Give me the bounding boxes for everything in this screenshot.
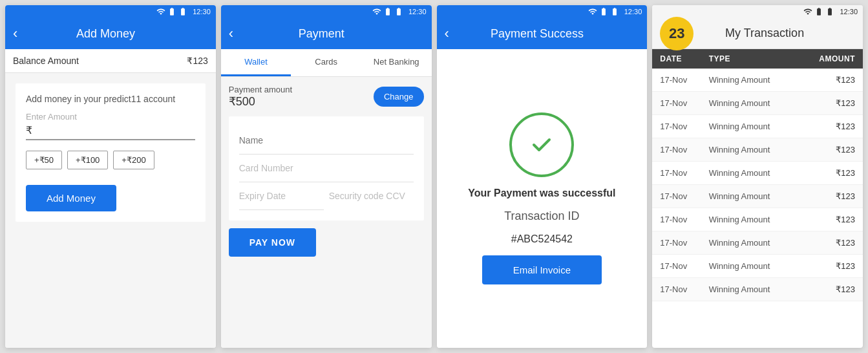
change-button[interactable]: Change [374, 87, 424, 107]
cell-amount: ₹123 [807, 98, 855, 108]
rupee-input-row: ₹ [26, 124, 195, 136]
cvv-field: Security code CCV [329, 182, 414, 210]
status-icons-3 [588, 7, 619, 16]
balance-row: Balance Amount ₹123 [5, 49, 216, 73]
table-row: 17-Nov Winning Amount ₹123 [652, 115, 863, 138]
screen-title-1: Add Money [23, 27, 188, 41]
header-amount: AMOUNT [807, 54, 855, 63]
table-row: 17-Nov Winning Amount ₹123 [652, 69, 863, 92]
cell-date: 17-Nov [660, 284, 708, 294]
cell-type: Winning Amount [709, 98, 807, 108]
cvv-placeholder: Security code CCV [329, 191, 405, 201]
status-time-4: 12:30 [840, 8, 858, 16]
cell-type: Winning Amount [709, 145, 807, 155]
add-money-button[interactable]: Add Money [26, 185, 116, 211]
cell-amount: ₹123 [807, 261, 855, 271]
quick-amount-100[interactable]: +₹100 [67, 151, 108, 169]
cell-amount: ₹123 [807, 168, 855, 178]
cell-date: 17-Nov [660, 98, 708, 108]
wifi-icon-3 [599, 7, 608, 16]
table-row: 17-Nov Winning Amount ₹123 [652, 231, 863, 255]
balance-label: Balance Amount [13, 56, 79, 66]
battery-icon-4 [825, 7, 834, 16]
payment-tabs: Wallet Cards Net Banking [221, 49, 432, 77]
expiry-placeholder: Expiry Date [239, 191, 286, 201]
success-message: Your Payment was successful [468, 187, 615, 199]
success-content: Your Payment was successful Transaction … [437, 49, 648, 348]
transaction-rows: 17-Nov Winning Amount ₹123 17-Nov Winnin… [652, 69, 863, 301]
amount-placeholder: Enter Amount [26, 112, 195, 122]
cell-date: 17-Nov [660, 168, 708, 178]
battery-icon [178, 7, 187, 16]
checkmark-icon [525, 128, 558, 162]
table-row: 17-Nov Winning Amount ₹123 [652, 208, 863, 231]
table-row: 17-Nov Winning Amount ₹123 [652, 255, 863, 278]
status-time-2: 12:30 [408, 8, 427, 16]
card-number-placeholder: Card Number [239, 163, 293, 173]
tab-net-banking[interactable]: Net Banking [361, 49, 432, 76]
card-form: Card Number Expiry Date Security code CC… [229, 116, 424, 220]
table-row: 17-Nov Winning Amount ₹123 [652, 92, 863, 115]
table-row: 17-Nov Winning Amount ₹123 [652, 278, 863, 301]
wifi-icon-4 [814, 7, 823, 16]
status-icons-1 [156, 7, 187, 16]
nav-bar-2: ‹ Payment [221, 18, 432, 49]
screen-add-money: 12:30 ‹ Add Money Balance Amount ₹123 Ad… [5, 5, 216, 348]
nav-bar-3: ‹ Payment Success [437, 18, 648, 49]
status-bar-1: 12:30 [5, 5, 216, 18]
cell-type: Winning Amount [709, 168, 807, 178]
screen-title-3: Payment Success [454, 27, 620, 41]
header-date: DATE [660, 54, 708, 63]
wifi-icon-2 [383, 7, 392, 16]
cell-date: 17-Nov [660, 261, 708, 271]
signal-icon-2 [372, 7, 381, 16]
table-row: 17-Nov Winning Amount ₹123 [652, 162, 863, 185]
cell-amount: ₹123 [807, 122, 855, 131]
transaction-table: DATE TYPE AMOUNT 17-Nov Winning Amount ₹… [652, 49, 863, 348]
transaction-id-value: #ABC524542 [511, 233, 573, 245]
screen-my-transaction: 12:30 23 My Transaction DATE TYPE AMOUNT… [652, 5, 863, 348]
status-time-3: 12:30 [624, 8, 642, 16]
quick-amount-50[interactable]: +₹50 [26, 151, 62, 169]
balance-amount: ₹123 [187, 56, 207, 66]
quick-amount-200[interactable]: +₹200 [113, 151, 154, 169]
cell-type: Winning Amount [709, 261, 807, 271]
email-invoice-button[interactable]: Email Invoice [482, 255, 602, 284]
pay-now-button[interactable]: PAY NOW [229, 228, 316, 257]
signal-icon-3 [588, 7, 597, 16]
battery-icon-3 [610, 7, 619, 16]
success-icon-wrap [509, 112, 574, 177]
cell-amount: ₹123 [807, 238, 855, 248]
status-icons-4 [803, 7, 834, 16]
status-bar-4: 12:30 [652, 5, 863, 18]
tab-cards[interactable]: Cards [291, 49, 361, 76]
back-button-2[interactable]: ‹ [229, 27, 233, 41]
cell-amount: ₹123 [807, 215, 855, 224]
cell-amount: ₹123 [807, 145, 855, 155]
quick-amounts-row: +₹50 +₹100 +₹200 [26, 151, 195, 169]
cell-amount: ₹123 [807, 284, 855, 294]
table-header: DATE TYPE AMOUNT [652, 49, 863, 69]
name-input[interactable] [239, 135, 414, 145]
add-money-content: Add money in your predict11 account Ente… [5, 73, 216, 348]
cell-date: 17-Nov [660, 122, 708, 131]
transaction-id-label: Transaction ID [504, 209, 579, 223]
tab-wallet[interactable]: Wallet [221, 49, 291, 76]
table-row: 17-Nov Winning Amount ₹123 [652, 138, 863, 162]
nav-bar-1: ‹ Add Money [5, 18, 216, 49]
badge-number: 23 [660, 17, 693, 50]
status-time-1: 12:30 [193, 8, 211, 16]
screens-container: 12:30 ‹ Add Money Balance Amount ₹123 Ad… [0, 0, 868, 353]
signal-icon [156, 7, 165, 16]
cell-date: 17-Nov [660, 191, 708, 201]
status-bar-3: 12:30 [437, 5, 648, 18]
payment-amount-label: Payment amount [229, 85, 292, 94]
nav-bar-4: 23 My Transaction [652, 18, 863, 49]
back-button-1[interactable]: ‹ [13, 27, 17, 41]
status-icons-2 [372, 7, 403, 16]
cell-type: Winning Amount [709, 284, 807, 294]
expiry-cvv-row: Expiry Date Security code CCV [239, 182, 414, 210]
amount-input[interactable] [35, 125, 170, 136]
back-button-3[interactable]: ‹ [445, 27, 449, 41]
cell-type: Winning Amount [709, 215, 807, 224]
